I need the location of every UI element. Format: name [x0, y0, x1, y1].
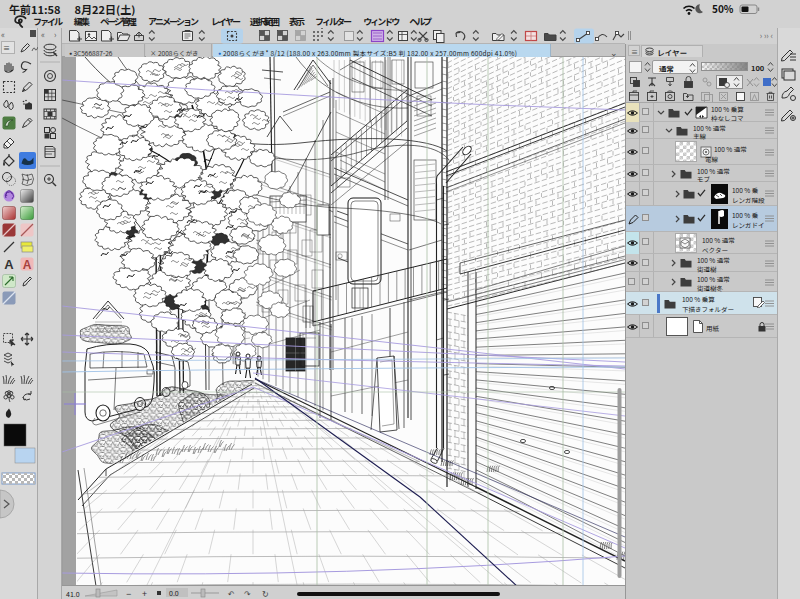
- svg-text:A: A: [23, 258, 32, 272]
- svg-text:50%: 50%: [712, 3, 734, 15]
- svg-text:A: A: [4, 257, 14, 272]
